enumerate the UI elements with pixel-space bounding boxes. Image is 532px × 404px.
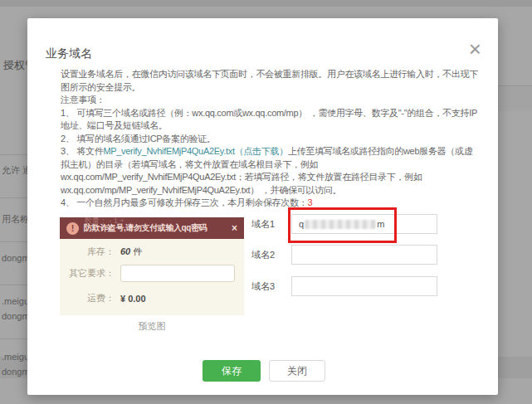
domain-1-redacted-value bbox=[305, 220, 376, 229]
description-text: 设置业务域名后，在微信内访问该域名下页面时，不会被重新排版。用户在该域名上进行输… bbox=[61, 68, 481, 94]
dialog-close-icon[interactable]: × bbox=[469, 38, 481, 60]
background-divider bbox=[0, 338, 27, 339]
background-divider bbox=[0, 154, 27, 155]
domain-3-label: 域名3 bbox=[251, 280, 291, 293]
note-4-prefix: 4、 一个自然月内最多可修改并保存三次，本月剩余保存次数： bbox=[61, 197, 307, 207]
domain-1-input[interactable]: q m bbox=[291, 214, 437, 234]
note-4: 4、 一个自然月内最多可修改并保存三次，本月剩余保存次数：3 bbox=[61, 197, 481, 210]
fee-currency: ¥ bbox=[120, 294, 128, 304]
domain-1-label: 域名1 bbox=[251, 218, 291, 231]
fee-amount: 0.00 bbox=[128, 294, 145, 304]
other-requirements-row: 其它要求： bbox=[60, 265, 244, 282]
shipping-fee-value: ¥ 0.00 bbox=[120, 294, 146, 304]
other-requirements-input bbox=[120, 265, 235, 282]
screen: 授权管 允许 通过 用名称作 dongmin .meigua dongmin .… bbox=[0, 0, 532, 404]
save-button[interactable]: 保存 bbox=[203, 360, 261, 382]
stock-number: 60 bbox=[120, 246, 130, 256]
background-divider bbox=[498, 85, 532, 86]
note-2: 2、 填写的域名须通过ICP备案的验证。 bbox=[61, 133, 481, 146]
domain-1-value-suffix: m bbox=[377, 219, 384, 229]
banner-close-icon: × bbox=[232, 222, 237, 234]
background-divider bbox=[0, 197, 27, 198]
domain-2-label: 域名2 bbox=[251, 249, 291, 261]
domain-1-row: 域名1 q m bbox=[251, 214, 437, 234]
stock-row: 库存： 60 件 bbox=[60, 246, 244, 258]
background-divider bbox=[0, 285, 27, 285]
dialog-title: 业务域名 bbox=[46, 46, 92, 61]
other-requirements-label: 其它要求： bbox=[60, 267, 115, 280]
domain-2-row: 域名2 bbox=[251, 245, 437, 265]
note-1: 1、 可填写三个域名或路径（例：wx.qq.com或wx.qq.com/mp） … bbox=[61, 107, 481, 133]
domain-3-input[interactable] bbox=[291, 276, 437, 296]
verify-file-download-link[interactable]: MP_verify_NvhifEMjP4QuA2Ey.txt（点击下载） bbox=[103, 146, 288, 156]
shipping-fee-label: 运费： bbox=[60, 292, 115, 304]
close-button[interactable]: 关闭 bbox=[269, 360, 325, 382]
warning-icon: ! bbox=[66, 222, 79, 235]
notes-heading: 注意事项： bbox=[61, 94, 481, 107]
security-warning-preview: 数量： - 1 + ! 防欺诈盗号,请勿支付或输入qq密码 × 库存： 60 件… bbox=[60, 217, 244, 315]
background-divider bbox=[0, 241, 27, 242]
domain-2-input[interactable] bbox=[291, 245, 437, 265]
fraud-warning-banner: 数量： - 1 + ! 防欺诈盗号,请勿支付或输入qq密码 × bbox=[60, 217, 244, 239]
background-right-band bbox=[498, 86, 532, 111]
stock-value: 60 件 bbox=[120, 246, 142, 258]
note-3: 3、 将文件MP_verify_NvhifEMjP4QuA2Ey.txt（点击下… bbox=[61, 145, 481, 197]
shipping-fee-row: 运费： ¥ 0.00 bbox=[60, 292, 244, 304]
preview-caption: 预览图 bbox=[60, 320, 244, 333]
stock-label: 库存： bbox=[60, 246, 115, 258]
remaining-saves-count: 3 bbox=[307, 197, 312, 207]
note-3-prefix: 3、 将文件 bbox=[61, 146, 103, 156]
business-domain-dialog: 业务域名 × 设置业务域名后，在微信内访问该域名下页面时，不会被重新排版。用户在… bbox=[27, 18, 498, 395]
background-top-band bbox=[0, 0, 532, 7]
domain-1-value-prefix: q bbox=[299, 219, 304, 229]
stock-unit: 件 bbox=[130, 246, 142, 256]
fraud-warning-text: 防欺诈盗号,请勿支付或输入qq密码 bbox=[84, 222, 232, 234]
dialog-instructions: 设置业务域名后，在微信内访问该域名下页面时，不会被重新排版。用户在该域名上进行输… bbox=[61, 68, 481, 210]
domain-3-row: 域名3 bbox=[251, 276, 437, 296]
